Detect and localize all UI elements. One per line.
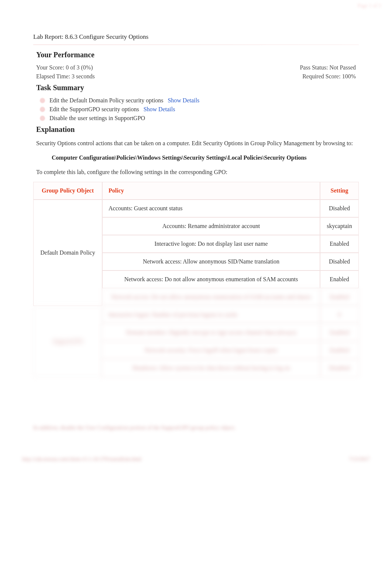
cell-setting: Disabled — [320, 253, 359, 271]
score-label: Your Score: 0 of 3 (0%) — [36, 64, 93, 71]
cell-policy: Interactive logon: Number of previous lo… — [102, 306, 320, 324]
th-setting: Setting — [320, 182, 359, 200]
perf-row-2: Elapsed Time: 3 seconds Required Score: … — [33, 73, 359, 80]
config-path: Computer Configuration\Policies\Windows … — [52, 154, 340, 161]
cell-policy: Network access: Allow anonymous SID/Name… — [102, 253, 320, 271]
cell-policy: Shutdown: Allow system to be shut down w… — [102, 359, 320, 377]
task-item-0: Edit the Default Domain Policy security … — [40, 97, 359, 104]
cell-policy: Accounts: Guest account status — [102, 200, 320, 217]
footer-bottom: http://cdn.testout.com/client-v5-1-10-37… — [22, 456, 370, 462]
cell-policy: Network access: Do not allow anonymous e… — [102, 288, 320, 306]
cell-policy: Network security: Force logoff when logo… — [102, 341, 320, 359]
report-title: Lab Report: 8.6.3 Configure Security Opt… — [33, 33, 359, 41]
show-details-link[interactable]: Show Details — [144, 106, 175, 113]
explanation-intro: Security Options control actions that ca… — [36, 139, 356, 148]
cell-setting: Disabled — [320, 359, 359, 377]
cell-gpo: Default Domain Policy — [33, 200, 102, 306]
cell-policy: Network access: Do not allow anonymous e… — [102, 271, 320, 288]
task-summary-heading: Task Summary — [36, 84, 359, 92]
cell-setting: Enabled — [320, 341, 359, 359]
task-label: Disable the user settings in SupportGPO — [49, 115, 145, 122]
cell-gpo: SupportGPO — [33, 306, 102, 377]
footer-note: In addition, disable the User Configurat… — [33, 425, 359, 431]
task-item-1: Edit the SupportGPO security options Sho… — [40, 106, 359, 113]
performance-heading: Your Performance — [36, 51, 359, 59]
explanation-heading: Explanation — [36, 125, 359, 134]
cell-policy: Interactive logon: Do not display last u… — [102, 235, 320, 253]
cell-setting: Enabled — [320, 235, 359, 253]
task-item-2: Disable the user settings in SupportGPO — [40, 115, 359, 122]
elapsed-label: Elapsed Time: 3 seconds — [36, 73, 95, 80]
footer-left: http://cdn.testout.com/client-v5-1-10-37… — [22, 456, 141, 462]
status-dot-icon — [40, 98, 45, 103]
footer-right: 7/13/2017 — [349, 456, 370, 462]
divider — [33, 44, 359, 45]
show-details-link[interactable]: Show Details — [168, 97, 199, 104]
cell-setting: 0 — [320, 306, 359, 324]
cell-policy: Domain member: Digitally encrypt or sign… — [102, 324, 320, 341]
cell-setting: Disabled — [320, 200, 359, 217]
cell-policy: Accounts: Rename administrator account — [102, 217, 320, 235]
cell-setting: skycaptain — [320, 217, 359, 235]
table-header-row: Group Policy Object Policy Setting — [33, 182, 359, 200]
explanation-instruction: To complete this lab, configure the foll… — [36, 168, 356, 177]
cell-setting: Enabled — [320, 288, 359, 306]
page-indicator: Page 1 of 3 — [358, 3, 381, 9]
perf-row-1: Your Score: 0 of 3 (0%) Pass Status: Not… — [33, 64, 359, 71]
table-row: SupportGPOInteractive logon: Number of p… — [33, 306, 359, 324]
cell-setting: Enabled — [320, 271, 359, 288]
status-dot-icon — [40, 107, 45, 112]
report-content: Lab Report: 8.6.3 Configure Security Opt… — [0, 0, 392, 392]
settings-table: Group Policy Object Policy Setting Defau… — [33, 182, 359, 377]
required-label: Required Score: 100% — [302, 73, 356, 80]
status-dot-icon — [40, 116, 45, 121]
table-row: Default Domain PolicyAccounts: Guest acc… — [33, 200, 359, 217]
th-policy: Policy — [102, 182, 320, 200]
th-gpo: Group Policy Object — [33, 182, 102, 200]
task-label: Edit the SupportGPO security options — [49, 106, 139, 113]
task-list: Edit the Default Domain Policy security … — [40, 97, 359, 122]
pass-label: Pass Status: Not Passed — [300, 64, 356, 71]
task-label: Edit the Default Domain Policy security … — [49, 97, 163, 104]
cell-setting: Enabled — [320, 324, 359, 341]
